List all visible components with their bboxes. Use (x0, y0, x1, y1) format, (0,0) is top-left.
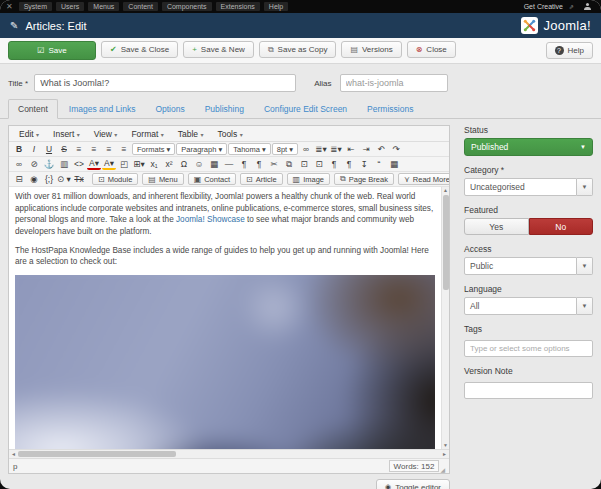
scroll-right-icon[interactable]: ► (442, 451, 447, 457)
versions-button[interactable]: ▤ Versions (341, 41, 401, 58)
copy-icon[interactable]: ⧉ (282, 158, 296, 171)
fullscreen-icon[interactable]: ◰ (117, 158, 131, 171)
menu-menus[interactable]: Menus (88, 2, 119, 11)
get-creative-link[interactable]: Get Creative (524, 3, 563, 10)
layout-icon[interactable]: ▦ (387, 158, 401, 171)
background-color-icon[interactable]: A▾ (102, 158, 116, 170)
paste-as-text-icon[interactable]: ⊡ (312, 158, 326, 171)
font-size-select[interactable]: 8pt ▾ (272, 143, 298, 155)
insert-datetime-icon[interactable]: ⊙ ▾ (57, 173, 71, 186)
code-sample-icon[interactable]: {;} (42, 173, 56, 186)
tab-images-links[interactable]: Images and Links (60, 100, 145, 118)
element-path[interactable]: p (13, 462, 17, 471)
menu-system[interactable]: System (19, 2, 52, 11)
alias-input[interactable] (340, 74, 448, 92)
unlink-icon[interactable]: ⊘ (27, 158, 41, 171)
language-select[interactable]: All (464, 297, 577, 315)
special-character-icon[interactable]: Ω (177, 158, 191, 171)
horizontal-rule-icon[interactable]: — (222, 158, 236, 171)
category-dropdown-button[interactable]: ▼ (577, 178, 593, 196)
media-icon[interactable]: ▦ (207, 158, 221, 171)
strikethrough-icon[interactable]: S (57, 143, 71, 156)
user-account-icon[interactable] (584, 3, 591, 10)
access-dropdown-button[interactable]: ▼ (577, 257, 593, 275)
tab-configure-edit-screen[interactable]: Configure Edit Screen (255, 100, 356, 118)
save-new-button[interactable]: + Save & New (183, 41, 254, 58)
featured-yes-button[interactable]: Yes (464, 218, 529, 235)
paste-icon[interactable]: ⊡ (297, 158, 311, 171)
scroll-up-icon[interactable]: ▲ (443, 187, 448, 194)
read-more-button[interactable]: ⋎ Read More (398, 173, 449, 185)
superscript-icon[interactable]: x² (162, 158, 176, 171)
formats-select[interactable]: Formats ▾ (132, 143, 175, 155)
underline-icon[interactable]: U (42, 143, 56, 156)
tags-input[interactable] (464, 340, 593, 357)
tab-publishing[interactable]: Publishing (196, 100, 253, 118)
save-close-button[interactable]: ✔ Save & Close (101, 41, 178, 58)
blockquote-icon[interactable]: “ (372, 158, 386, 171)
link-icon[interactable]: ∞ (12, 158, 26, 171)
language-dropdown-button[interactable]: ▼ (577, 297, 593, 315)
show-blocks-icon[interactable]: ¶ (327, 158, 341, 171)
image-button[interactable]: ▥ Image (287, 173, 330, 185)
paragraph-select[interactable]: Paragraph ▾ (176, 143, 227, 155)
scroll-left-icon[interactable]: ◄ (11, 451, 16, 457)
contact-button[interactable]: ▣ Contact (188, 173, 236, 185)
indent-icon[interactable]: ⇥ (359, 143, 373, 156)
save-button[interactable]: ☑ Save (8, 41, 96, 60)
editor-vertical-scrollbar[interactable]: ▲ ▼ (441, 187, 449, 449)
image-icon[interactable]: ▥ (57, 158, 71, 171)
menu-content[interactable]: Content (123, 2, 158, 11)
close-button[interactable]: ⊗ Close (407, 41, 456, 58)
editor-content-area[interactable]: With over 81 million downloads, and inhe… (9, 187, 449, 449)
insert-menu[interactable]: Insert ▾ (47, 128, 86, 139)
tab-content[interactable]: Content (8, 99, 58, 119)
align-center-icon[interactable]: ≡ (87, 143, 101, 156)
tab-permissions[interactable]: Permissions (358, 100, 422, 118)
table-icon[interactable]: ⊞▾ (132, 158, 146, 171)
align-justify-icon[interactable]: ≡ (117, 143, 131, 156)
menu-help[interactable]: Help (264, 2, 288, 11)
tools-menu[interactable]: Tools ▾ (211, 128, 248, 139)
emoticon-icon[interactable]: ☺ (192, 158, 206, 171)
numbered-list-icon[interactable]: ≣▾ (329, 143, 343, 156)
horizontal-scroll-thumb[interactable] (18, 451, 176, 457)
menu-users[interactable]: Users (56, 2, 84, 11)
show-invisibles-icon[interactable]: ¶ (342, 158, 356, 171)
clear-formatting-icon[interactable]: Tx (72, 173, 86, 186)
font-family-select[interactable]: Tahoma ▾ (228, 143, 271, 155)
align-left-icon[interactable]: ≡ (72, 143, 86, 156)
bold-icon[interactable]: B (12, 143, 26, 156)
outdent-icon[interactable]: ⇤ (344, 143, 358, 156)
view-menu[interactable]: View ▾ (88, 128, 124, 139)
save-as-copy-button[interactable]: ⧉ Save as Copy (259, 41, 337, 58)
menu-extensions[interactable]: Extensions (216, 2, 260, 11)
menu-button[interactable]: ▤ Menu (142, 173, 183, 185)
redo-icon[interactable]: ↷ (389, 143, 403, 156)
featured-no-button[interactable]: No (529, 218, 594, 235)
undo-icon[interactable]: ↶ (374, 143, 388, 156)
align-right-icon[interactable]: ≡ (102, 143, 116, 156)
version-note-input[interactable] (464, 382, 593, 399)
source-code-icon[interactable]: <> (72, 158, 86, 171)
status-select[interactable]: Published ▼ (464, 138, 593, 156)
editor-horizontal-scrollbar[interactable]: ◄ ► (9, 449, 449, 458)
help-button[interactable]: ? Help (546, 42, 593, 59)
page-break-button[interactable]: ⧉ Page Break (334, 173, 394, 185)
cut-icon[interactable]: ✂ (267, 158, 281, 171)
showcase-link[interactable]: Joomla! Showcase (176, 215, 245, 224)
title-input[interactable] (34, 74, 296, 92)
format-menu[interactable]: Format ▾ (125, 128, 169, 139)
insert-template-icon[interactable]: ↧ (357, 158, 371, 171)
edit-menu[interactable]: Edit ▾ (13, 128, 45, 139)
bullet-list-icon[interactable]: ≣▾ (314, 143, 328, 156)
article-button[interactable]: ⊡ Article (240, 173, 283, 185)
module-button[interactable]: ⊡ Module (92, 173, 138, 185)
tab-options[interactable]: Options (146, 100, 193, 118)
subscript-icon[interactable]: x₁ (147, 158, 161, 171)
resize-grip-icon[interactable]: ◢ (440, 466, 445, 473)
italic-icon[interactable]: I (27, 143, 41, 156)
vertical-scroll-thumb[interactable] (443, 195, 449, 290)
find-replace-icon[interactable]: ∞ (299, 143, 313, 156)
menu-components[interactable]: Components (162, 2, 212, 11)
